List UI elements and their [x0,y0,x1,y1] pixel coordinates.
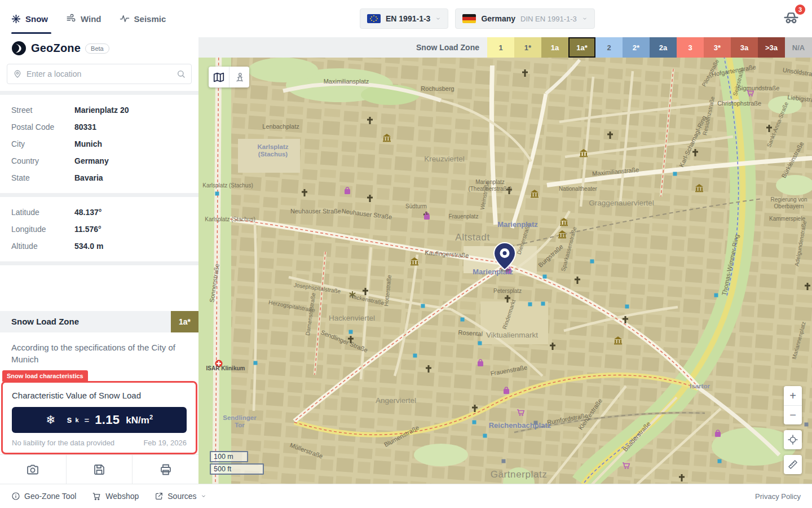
map-poi-tr [349,330,353,334]
map-icon [213,71,225,84]
locate-button[interactable] [784,430,802,449]
map-label: Gärtnerplatz [491,469,548,480]
unit-superscript: 2 [149,414,153,421]
tab-wind[interactable]: Wind [66,0,113,37]
legend-zone-2*[interactable]: 2* [623,37,650,58]
legend-zone-3*[interactable]: 3* [704,37,731,58]
formula-equals: = [85,415,90,425]
map-label: ISAR Klinikum [206,365,245,371]
map-poi-tr [421,304,425,308]
footer: Geo-Zone Tool Webshop Sources Privacy Po… [0,484,812,508]
notification-badge: 3 [795,5,805,15]
legend-zone-1a*[interactable]: 1a* [568,37,595,58]
legend-zone-1*[interactable]: 1* [514,37,541,58]
seismic-icon [120,14,130,24]
search-input[interactable] [27,69,172,78]
legend-zone-2[interactable]: 2 [595,37,623,58]
external-link-icon [155,492,164,501]
top-bar: Snow Wind Seismic EN 1991-1-3 Germany DI… [0,0,812,37]
legend-zone->3a[interactable]: >3a [758,37,785,58]
coordinate-row: Latitude48.137° [0,204,198,221]
result-footer: No liability for the data provided Feb 1… [12,439,187,447]
map-label: Hackenviertel [329,314,375,322]
main-content: GeoZone Beta StreetMarienplatz 20Postal … [0,37,812,484]
map-label: Karlsplatz (Stachus) [202,182,253,189]
zoom-out-button[interactable]: − [784,405,802,424]
screenshot-button[interactable] [0,455,66,484]
scale-imperial: 500 ft [210,463,264,475]
ruler-icon [787,459,798,470]
chevron-down-icon [435,16,441,21]
map-label: Altstadt [455,232,490,243]
legend-zone-1[interactable]: 1 [487,37,514,58]
streetview-button[interactable] [229,67,249,87]
formula-symbol: s [67,415,72,425]
map-poi-tr [543,275,547,279]
map-poi-tr [254,361,258,365]
map-poi-tr [473,421,476,424]
highlighted-result-box: Characteristic Value of Snow Load ❄ sk =… [1,381,197,454]
map-label: Frauenplatz [449,213,479,220]
snow-load-result: Snow load characteristics Characteristic… [1,370,197,454]
location-pin-icon [13,69,22,78]
zone-badge: 1a* [171,311,198,332]
map-label: Maximiliansplatz [324,78,369,85]
legend-zone-2a[interactable]: 2a [650,37,677,58]
locate-icon [787,434,798,445]
snow-load-value-box: ❄ sk = 1.15 kN/m2 [12,407,187,433]
zone-header-title: Snow Load Zone [0,317,79,326]
zoom-control: + − [784,386,802,424]
chevron-down-icon [201,493,206,499]
brand-name: GeoZone [31,42,81,55]
incognito-button[interactable]: 3 [782,8,803,29]
print-button[interactable] [132,455,198,484]
mode-tabs: Snow Wind Seismic [0,0,184,37]
map-label: Südturm [405,203,427,209]
legend-zone-N/A[interactable]: N/A [785,37,812,58]
snow-load-unit: kN/m2 [126,414,153,426]
map-view-button[interactable] [209,67,229,87]
disclaimer-text: No liability for the data provided [12,439,114,447]
privacy-policy-link[interactable]: Privacy Policy [755,492,801,501]
legend-zone-3a[interactable]: 3a [731,37,758,58]
measure-button[interactable] [784,455,802,474]
footer-link-webshop[interactable]: Webshop [92,492,139,501]
map-label: Petersplatz [493,288,522,294]
tab-snow[interactable]: Snow [11,0,59,37]
footer-link-geozone-tool[interactable]: Geo-Zone Tool [11,492,76,501]
sidebar: GeoZone Beta StreetMarienplatz 20Postal … [0,37,198,484]
section-divider [0,91,198,95]
map-label: Reichenbachplatz [489,421,551,430]
map-area[interactable]: MaximiliansplatzLenbachplatzRochusbergHo… [198,37,812,484]
map-canvas[interactable]: MaximiliansplatzLenbachplatzRochusbergHo… [198,37,812,484]
printer-icon [159,463,173,476]
map-layer-switcher [209,67,249,87]
zone-description: According to the specifications of the C… [0,332,198,367]
standard-selectors: EN 1991-1-3 Germany DIN EN 1991-1-3 [360,8,595,29]
save-icon [92,463,106,476]
footer-link-sources[interactable]: Sources [155,492,206,501]
tab-seismic[interactable]: Seismic [120,0,178,37]
country-select[interactable]: Germany DIN EN 1991-1-3 [455,8,594,29]
standard-select[interactable]: EN 1991-1-3 [360,8,448,29]
legend-zone-3[interactable]: 3 [677,37,704,58]
map-poi-tr [625,305,629,309]
eu-flag-icon [367,14,381,23]
map-poi-tr [215,192,219,196]
address-row: StreetMarienplatz 20 [0,102,198,119]
formula-subscript: k [75,417,78,423]
zoom-in-button[interactable]: + [784,386,802,405]
map-label: (Theatinerstraße) [468,186,511,192]
camera-icon [26,463,39,476]
map-poi-tg [805,423,809,427]
legend-zone-1a[interactable]: 1a [541,37,568,58]
map-poi-tr [461,318,465,322]
save-button[interactable] [66,455,133,484]
map-poi-tr [413,354,417,358]
map-poi-tr [718,459,722,463]
search-box[interactable] [7,64,192,84]
map-poi-tr [478,341,482,345]
country-select-label: Germany [481,14,515,23]
brand: GeoZone Beta [0,37,198,62]
snowflake-icon: ❄ [46,413,56,427]
